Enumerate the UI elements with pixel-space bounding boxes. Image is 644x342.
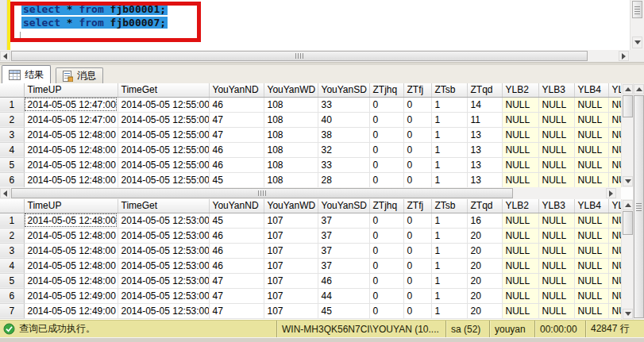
grid-cell[interactable]: 20 (467, 288, 502, 303)
grid-cell[interactable]: 1 (431, 127, 467, 142)
grid-cell[interactable]: 0 (403, 142, 431, 157)
grid-cell[interactable]: NULL (574, 142, 608, 157)
grid-cell[interactable]: 108 (264, 127, 318, 142)
grid-cell[interactable]: 46 (318, 273, 369, 288)
grid-cell[interactable]: NULL (574, 303, 608, 318)
grid-cell[interactable]: 33 (318, 157, 369, 172)
grid-cell[interactable]: 45 (209, 213, 264, 228)
grid-cell[interactable]: 107 (264, 273, 318, 288)
scroll-up-button[interactable] (623, 84, 633, 94)
column-header-timeget[interactable]: TimeGet (118, 83, 209, 97)
grid-cell[interactable]: 108 (264, 172, 318, 187)
grid-cell[interactable]: NULL (538, 172, 574, 187)
grid-cell[interactable]: 20 (467, 258, 502, 273)
grid-cell[interactable]: 11 (467, 112, 502, 127)
grid-cell[interactable]: NULL (502, 157, 538, 172)
column-header-youyannd[interactable]: YouYanND (209, 83, 264, 97)
grid-cell[interactable]: 0 (369, 288, 403, 303)
row-number-header[interactable]: 5 (0, 157, 24, 172)
grid-cell[interactable]: NULL (538, 288, 574, 303)
grid-cell[interactable]: NULL (608, 157, 621, 172)
grid-cell[interactable]: 46 (209, 142, 264, 157)
grid-cell[interactable]: 46 (209, 243, 264, 258)
grid-cell[interactable]: 1 (431, 172, 467, 187)
grid-cell[interactable]: NULL (538, 127, 574, 142)
grid-cell[interactable]: 2014-05-05 12:48:00 (24, 213, 118, 228)
grid-cell[interactable]: 13 (467, 157, 502, 172)
grid-cell[interactable]: 2014-05-05 12:53:00 (118, 228, 209, 243)
grid-cell[interactable]: NULL (608, 112, 621, 127)
editor-vertical-scrollbar[interactable] (630, 0, 644, 50)
grid-cell[interactable]: 1 (431, 228, 467, 243)
grid-cell[interactable]: 45 (209, 172, 264, 187)
grid-cell[interactable]: NULL (502, 228, 538, 243)
grid-cell[interactable]: 2014-05-05 12:48:00 (24, 273, 118, 288)
grid-cell[interactable]: 2014-05-05 12:49:00 (24, 288, 118, 303)
column-header-ztsb[interactable]: ZTsb (431, 83, 467, 97)
scrollbar-thumb[interactable] (11, 51, 588, 61)
grid-cell[interactable]: NULL (608, 142, 621, 157)
grid-cell[interactable]: NULL (574, 97, 608, 112)
grid-cell[interactable]: NULL (502, 97, 538, 112)
grid1-vertical-scrollbar[interactable] (621, 83, 633, 187)
grid-cell[interactable]: NULL (574, 273, 608, 288)
grid-cell[interactable]: 1 (431, 142, 467, 157)
grid-cell[interactable]: 0 (369, 258, 403, 273)
column-header-ylb5[interactable]: YLB5 (608, 83, 621, 97)
grid-cell[interactable]: 108 (264, 97, 318, 112)
grid-cell[interactable]: 2014-05-05 12:55:00 (118, 157, 209, 172)
grid-cell[interactable]: 2014-05-05 12:48:00 (24, 142, 118, 157)
grid-cell[interactable]: 0 (403, 213, 431, 228)
grid-cell[interactable]: 37 (318, 213, 369, 228)
query-editor[interactable]: select * from fjb00001;select * from fjb… (0, 0, 630, 50)
row-number-header[interactable]: 1 (0, 213, 24, 228)
grid-cell[interactable]: 13 (467, 142, 502, 157)
grid-cell[interactable]: 46 (209, 258, 264, 273)
row-number-header[interactable]: 7 (0, 303, 24, 318)
grid-cell[interactable]: 13 (467, 172, 502, 187)
grid-cell[interactable]: NULL (502, 172, 538, 187)
grid-cell[interactable]: 1 (431, 303, 467, 318)
grid-cell[interactable]: 108 (264, 142, 318, 157)
column-header-timeup[interactable]: TimeUP (24, 199, 118, 213)
grid-cell[interactable]: 0 (369, 142, 403, 157)
tab-results[interactable]: 结果 (2, 65, 51, 83)
grid-cell[interactable]: NULL (538, 112, 574, 127)
grid-cell[interactable]: NULL (502, 127, 538, 142)
column-header-youyansd[interactable]: YouYanSD (318, 199, 369, 213)
grid-cell[interactable]: NULL (574, 228, 608, 243)
grid-cell[interactable]: NULL (502, 258, 538, 273)
grid-cell[interactable]: 107 (264, 228, 318, 243)
column-header-ztjhq[interactable]: ZTjhq (369, 199, 403, 213)
column-header-ylb2[interactable]: YLB2 (502, 199, 538, 213)
grid-cell[interactable]: 33 (318, 97, 369, 112)
column-header-timeup[interactable]: TimeUP (24, 83, 118, 97)
scrollbar-thumb[interactable] (11, 188, 513, 198)
grid-cell[interactable]: NULL (538, 97, 574, 112)
grid-cell[interactable]: 0 (403, 127, 431, 142)
grid-cell[interactable]: 20 (467, 273, 502, 288)
grid-cell[interactable]: 14 (467, 97, 502, 112)
grid-cell[interactable]: 2014-05-05 12:47:00 (24, 112, 118, 127)
grid-cell[interactable]: 2014-05-05 12:53:00 (118, 213, 209, 228)
grid-cell[interactable]: 2014-05-05 12:48:00 (24, 243, 118, 258)
grid-cell[interactable]: 37 (318, 258, 369, 273)
row-number-header[interactable]: 4 (0, 142, 24, 157)
column-header-youyanwd[interactable]: YouYanWD (264, 199, 318, 213)
grid-cell[interactable]: NULL (608, 288, 621, 303)
grid-cell[interactable]: 0 (369, 273, 403, 288)
grid1-horizontal-scrollbar[interactable] (0, 187, 621, 199)
grid-cell[interactable]: NULL (608, 172, 621, 187)
grid-cell[interactable]: NULL (608, 303, 621, 318)
grid-cell[interactable]: 38 (318, 127, 369, 142)
grid-cell[interactable]: NULL (502, 112, 538, 127)
scroll-down-button[interactable] (632, 37, 642, 48)
grid-cell[interactable]: 20 (467, 303, 502, 318)
grid-cell[interactable]: NULL (608, 243, 621, 258)
grid-cell[interactable]: 47 (209, 127, 264, 142)
grid-cell[interactable]: 0 (403, 288, 431, 303)
grid-cell[interactable]: NULL (502, 288, 538, 303)
grid-cell[interactable]: 107 (264, 258, 318, 273)
column-header-youyannd[interactable]: YouYanND (209, 199, 264, 213)
grid-corner-header[interactable] (0, 199, 24, 213)
